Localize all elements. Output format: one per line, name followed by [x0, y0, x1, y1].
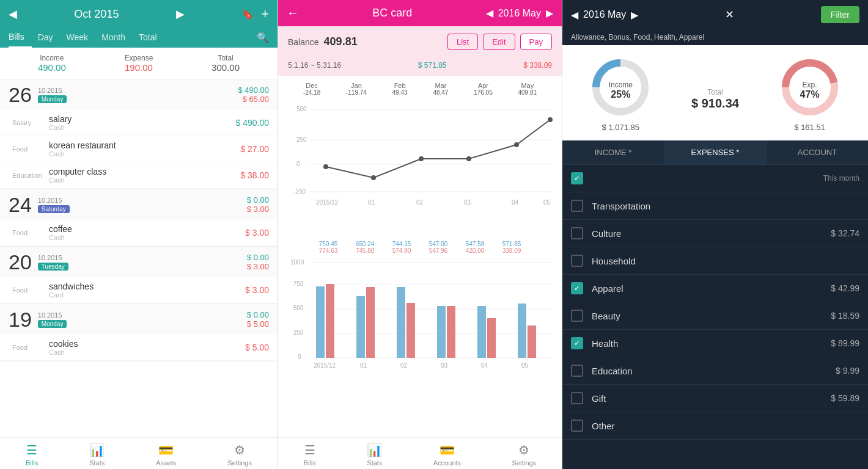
bar-val-mar: 547.00 547.96 — [429, 241, 448, 254]
list-item[interactable]: Household — [562, 247, 868, 275]
tab-bills[interactable]: Bills — [9, 27, 32, 48]
tab-month[interactable]: Month — [101, 27, 133, 47]
tab-week[interactable]: Week — [67, 27, 96, 47]
item-amount: $ 18.59 — [831, 311, 859, 321]
expense-donut-wrapper: Exp. 47% $ 161.51 — [776, 54, 844, 132]
list-item[interactable]: Health $ 89.99 — [562, 330, 868, 357]
item-checkbox[interactable] — [571, 282, 583, 294]
item-amount: $ 59.89 — [831, 393, 859, 403]
tab-total[interactable]: Total — [139, 27, 164, 47]
bar-apr-expense — [487, 318, 496, 358]
item-checkbox[interactable] — [571, 337, 583, 349]
panel-bc-card: ← BC card ◀ 2016 May ▶ Balance 409.81 Li… — [278, 0, 562, 469]
edit-button[interactable]: Edit — [483, 34, 515, 50]
list-item[interactable]: Gift $ 59.89 — [562, 385, 868, 412]
svg-text:01: 01 — [360, 362, 367, 369]
back-icon[interactable]: ← — [287, 6, 299, 20]
p2-next-icon[interactable]: ▶ — [546, 7, 553, 19]
tx-amount: $ 3.00 — [245, 285, 269, 295]
svg-text:2015/12: 2015/12 — [314, 362, 336, 369]
svg-text:02: 02 — [416, 199, 424, 206]
tx-method: Cash — [49, 234, 245, 241]
search-icon[interactable]: 🔍 — [257, 32, 269, 43]
expense-donut-label: Exp. 47% — [776, 63, 844, 118]
svg-point-8 — [323, 164, 328, 169]
list-item[interactable]: Apparel $ 42.99 — [562, 275, 868, 302]
svg-text:-250: -250 — [293, 188, 306, 195]
item-checkbox[interactable] — [571, 255, 583, 267]
tab-day[interactable]: Day — [38, 27, 61, 47]
prev-month-icon[interactable]: ◀ — [9, 7, 17, 21]
tx-details: computer class Cash — [49, 167, 240, 184]
list-item[interactable]: Beauty $ 18.59 — [562, 302, 868, 330]
day-income: $ 0.00 — [247, 310, 269, 319]
tab-expenses[interactable]: EXPENSES * — [664, 140, 767, 164]
item-checkbox[interactable] — [571, 200, 583, 212]
svg-text:2015/12: 2015/12 — [316, 199, 339, 206]
table-row[interactable]: Education computer class Cash $ 38.00 — [0, 162, 278, 189]
item-name: Transportation — [592, 201, 859, 211]
footer-settings[interactable]: ⚙ Settings — [227, 443, 252, 467]
footer-stats[interactable]: 📊 Stats — [89, 443, 105, 467]
item-checkbox[interactable] — [571, 420, 583, 432]
item-checkbox[interactable] — [571, 392, 583, 404]
day-header: 24 10.2015 Saturday $ 0.00 $ 3.00 — [0, 189, 278, 220]
bar-jan-expense — [366, 287, 375, 358]
summary-expense: Expense 190.00 — [125, 54, 153, 73]
select-all-checkbox[interactable] — [571, 172, 583, 184]
month-dec: Dec -24.18 — [303, 82, 320, 96]
assets-icon: 💳 — [158, 443, 174, 457]
list-item[interactable]: Transportation — [562, 192, 868, 220]
income-amount: $ 1,071.85 — [587, 123, 654, 132]
panel2-date-nav: ◀ 2016 May ▶ — [486, 7, 553, 19]
footer-bills[interactable]: ☰ Bills — [26, 443, 38, 467]
svg-point-9 — [371, 175, 376, 180]
day-expense: $ 65.00 — [238, 95, 269, 104]
p3-prev-icon[interactable]: ◀ — [571, 9, 578, 21]
list-button[interactable]: List — [447, 34, 478, 50]
panel3-tabs: INCOME * EXPENSES * ACCOUNT — [562, 140, 868, 165]
tx-method: Cash — [49, 176, 240, 184]
expense-amount: $ 161.51 — [776, 123, 844, 132]
panel1-title: Oct 2015 — [74, 8, 119, 21]
table-row[interactable]: Food sandwiches Card $ 3.00 — [0, 277, 278, 304]
item-checkbox[interactable] — [571, 227, 583, 239]
list-item[interactable]: Culture $ 32.74 — [562, 220, 868, 247]
tab-account[interactable]: ACCOUNT — [767, 140, 868, 164]
pay-button[interactable]: Pay — [520, 34, 552, 50]
table-row[interactable]: Food cookies Cash $ 5.00 — [0, 335, 278, 361]
list-item[interactable]: Other — [562, 412, 868, 440]
p2-prev-icon[interactable]: ◀ — [486, 7, 493, 19]
panel3-header: ◀ 2016 May ▶ ✕ Filter — [562, 0, 868, 29]
footer-assets[interactable]: 💳 Assets — [156, 443, 176, 467]
month-apr: Apr 176.05 — [474, 82, 493, 96]
svg-text:1000: 1000 — [290, 259, 304, 266]
table-row[interactable]: Food coffee Cash $ 3.00 — [0, 220, 278, 246]
svg-text:250: 250 — [293, 329, 304, 336]
list-item[interactable]: Education $ 9.99 — [562, 357, 868, 385]
svg-text:05: 05 — [543, 199, 551, 206]
day-amounts: $ 0.00 $ 3.00 — [247, 253, 269, 271]
table-row[interactable]: Food korean restaurant Cash $ 27.00 — [0, 136, 278, 162]
item-name: Apparel — [592, 283, 831, 294]
add-icon[interactable]: + — [261, 6, 269, 22]
next-month-icon[interactable]: ▶ — [176, 7, 185, 21]
item-checkbox[interactable] — [571, 310, 583, 322]
filter-button[interactable]: Filter — [821, 6, 859, 23]
table-row[interactable]: Salary salary Cash $ 490.00 — [0, 110, 278, 136]
day-group: 19 10.2015 Monday $ 0.00 $ 5.00 Food coo… — [0, 304, 278, 362]
p2-footer-bills[interactable]: ☰ Bills — [304, 443, 316, 467]
line-chart-section: Dec -24.18 Jan -119.74 Feb 49.43 Mar 48.… — [278, 76, 562, 234]
close-icon[interactable]: ✕ — [725, 8, 734, 21]
tab-income[interactable]: INCOME * — [562, 140, 664, 164]
item-checkbox[interactable] — [571, 365, 583, 377]
list-header-row: This month — [562, 165, 868, 192]
bookmark-icon[interactable]: 🔖 — [241, 9, 254, 20]
tx-details: cookies Cash — [49, 339, 245, 356]
day-date: 10.2015 — [38, 197, 70, 204]
p2-footer-stats[interactable]: 📊 Stats — [367, 443, 382, 467]
p2-footer-accounts[interactable]: 💳 Accounts — [433, 443, 461, 467]
p2-settings-icon: ⚙ — [518, 443, 529, 457]
p2-footer-settings[interactable]: ⚙ Settings — [512, 443, 537, 467]
p3-next-icon[interactable]: ▶ — [631, 9, 638, 21]
